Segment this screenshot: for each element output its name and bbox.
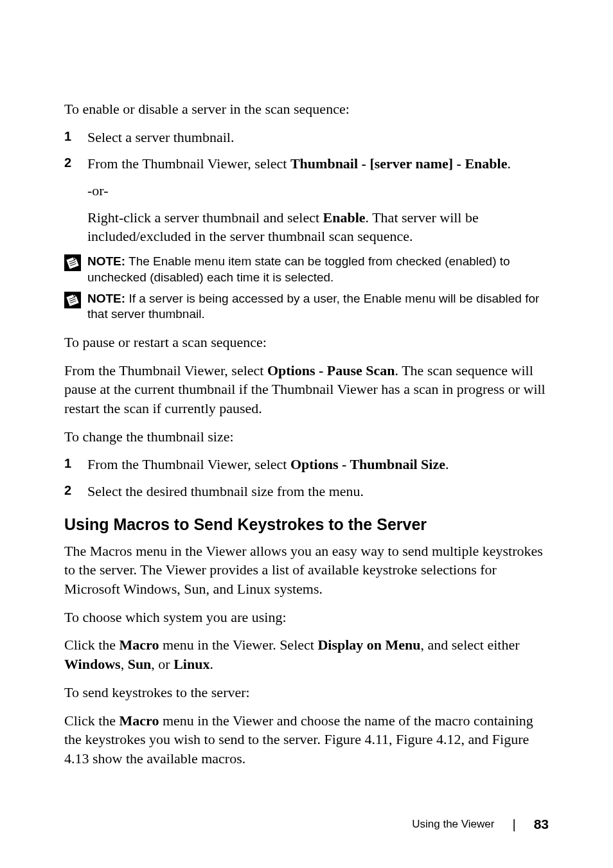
paragraph: The Macros menu in the Viewer allows you… [64,542,549,599]
text-fragment: Click the [64,637,120,653]
bold-text: Display on Menu [317,637,420,653]
note-label: NOTE: [87,292,125,305]
list-number: 2 [64,154,87,173]
or-separator: -or- [87,181,549,200]
note-icon [64,254,81,271]
text-fragment: , [121,656,128,672]
heading-macros: Using Macros to Send Keystrokes to the S… [64,515,549,534]
bold-text: Options - Thumbnail Size [290,456,445,472]
list-text: Select a server thumbnail. [87,128,234,147]
text-fragment: Click the [64,713,120,729]
text-fragment: From the Thumbnail Viewer, select [87,456,290,472]
list-number: 1 [64,128,87,147]
list-text: From the Thumbnail Viewer, select Option… [87,455,449,474]
text-fragment: From the Thumbnail Viewer, select [87,155,290,172]
bold-text: Macro [120,713,159,729]
note-text: NOTE: The Enable menu item state can be … [87,254,549,285]
section-intro: To enable or disable a server in the sca… [64,100,549,119]
text-fragment: , or [151,656,173,672]
bold-text: Thumbnail - [server name] - Enable [290,155,508,172]
text-fragment: . [445,456,449,472]
paragraph: To choose which system you are using: [64,608,549,627]
section-intro: To change the thumbnail size: [64,427,549,447]
note-text: NOTE: If a server is being accessed by a… [87,291,549,323]
bold-text: Sun [128,656,152,672]
text-fragment: Right-click a server thumbnail and selec… [87,209,323,226]
text-fragment: , and select either [421,637,520,653]
text-fragment: . [209,656,213,672]
list-number: 2 [64,482,87,501]
paragraph: To send keystrokes to the server: [64,683,549,702]
footer-section: Using the Viewer [412,818,494,831]
note-icon [64,292,81,308]
list-text: From the Thumbnail Viewer, select Thumbn… [87,154,511,173]
list-item: 2 Select the desired thumbnail size from… [64,482,549,501]
footer-page-number: 83 [534,817,549,832]
list-text: Select the desired thumbnail size from t… [87,482,364,501]
text-fragment: menu in the Viewer. Select [159,637,317,653]
note-body: The Enable menu item state can be toggle… [87,254,510,284]
list-item: 2 From the Thumbnail Viewer, select Thum… [64,154,549,173]
note-label: NOTE: [87,254,125,268]
section-intro: To pause or restart a scan sequence: [64,333,549,352]
footer-divider: | [512,817,515,832]
bold-text: Macro [120,637,159,653]
bold-text: Options - Pause Scan [267,362,395,378]
note-block: NOTE: The Enable menu item state can be … [64,254,549,285]
sub-paragraph: Right-click a server thumbnail and selec… [87,208,549,246]
paragraph: Click the Macro menu in the Viewer and c… [64,711,549,768]
text-fragment: From the Thumbnail Viewer, select [64,362,267,378]
note-body: If a server is being accessed by a user,… [87,292,539,321]
page-footer: Using the Viewer | 83 [412,817,549,832]
bold-text: Windows [64,656,121,672]
paragraph: From the Thumbnail Viewer, select Option… [64,361,549,418]
text-fragment: . [507,155,511,172]
paragraph: Click the Macro menu in the Viewer. Sele… [64,635,549,673]
list-item: 1 From the Thumbnail Viewer, select Opti… [64,455,549,474]
list-number: 1 [64,455,87,474]
bold-text: Enable [323,209,366,226]
note-block: NOTE: If a server is being accessed by a… [64,291,549,323]
bold-text: Linux [173,656,209,672]
list-item: 1 Select a server thumbnail. [64,128,549,147]
